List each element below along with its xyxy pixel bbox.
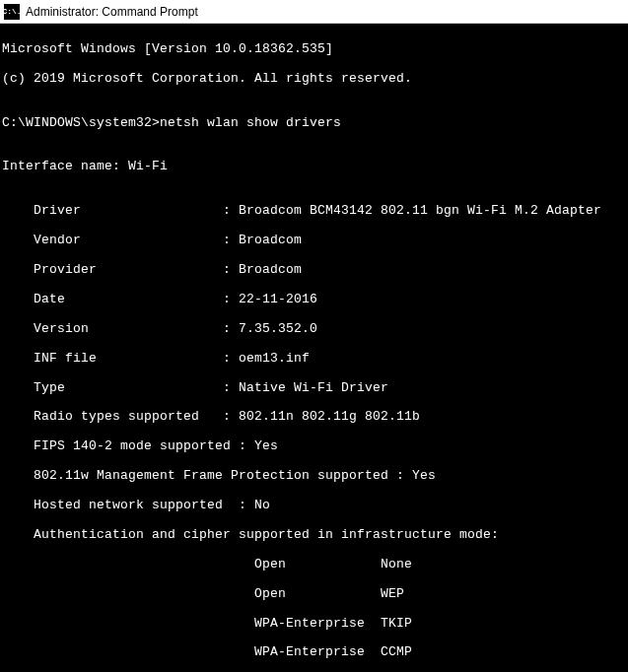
terminal-area[interactable]: Microsoft Windows [Version 10.0.18362.53… (0, 24, 628, 672)
command-line: C:\WINDOWS\system32>netsh wlan show driv… (2, 116, 626, 131)
output-line: WPA-Enterprise TKIP (2, 617, 626, 632)
output-line: INF file : oem13.inf (2, 352, 626, 367)
window-title: Administrator: Command Prompt (26, 5, 198, 19)
output-line: Provider : Broadcom (2, 263, 626, 278)
output-line: Radio types supported : 802.11n 802.11g … (2, 410, 626, 425)
output-line: 802.11w Management Frame Protection supp… (2, 469, 626, 484)
output-line: Hosted network supported : No (2, 499, 626, 513)
command-prompt-window: C:\. Administrator: Command Prompt Micro… (0, 0, 628, 672)
output-line: (c) 2019 Microsoft Corporation. All righ… (2, 72, 626, 87)
output-line: Open None (2, 558, 626, 572)
output-line: Type : Native Wi-Fi Driver (2, 381, 626, 396)
output-line: Microsoft Windows [Version 10.0.18362.53… (2, 42, 626, 57)
output-line: Authentication and cipher supported in i… (2, 528, 626, 543)
output-line: WPA-Enterprise CCMP (2, 645, 626, 660)
cmd-icon: C:\. (4, 4, 20, 20)
output-line: Interface name: Wi-Fi (2, 160, 626, 174)
output-line: Driver : Broadcom BCM43142 802.11 bgn Wi… (2, 204, 626, 219)
output-line: Open WEP (2, 587, 626, 602)
output-line: Vendor : Broadcom (2, 234, 626, 248)
output-line: Version : 7.35.352.0 (2, 322, 626, 337)
output-line: Date : 22-11-2016 (2, 293, 626, 307)
titlebar[interactable]: C:\. Administrator: Command Prompt (0, 0, 628, 24)
output-line: FIPS 140-2 mode supported : Yes (2, 439, 626, 454)
